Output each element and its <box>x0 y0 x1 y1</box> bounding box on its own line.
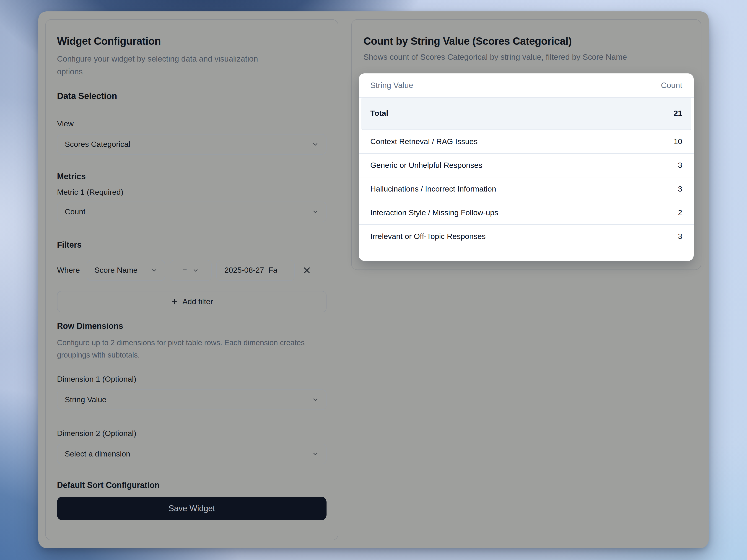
chevron-down-icon <box>312 451 319 457</box>
panel-subtitle-line1: Configure your widget by selecting data … <box>57 54 258 63</box>
pivot-table-card: String Value Count Total 21 Context Retr… <box>359 73 694 261</box>
table-header-row: String Value Count <box>359 73 694 98</box>
row-dimensions-description-line1: Configure up to 2 dimensions for pivot t… <box>57 338 305 347</box>
row-dimensions-description-line2: groupings with subtotals. <box>57 351 140 359</box>
row-count: 3 <box>678 161 682 170</box>
metric1-select[interactable]: Count <box>57 202 327 222</box>
widget-preview-panel: Count by String Value (Scores Categorica… <box>351 19 701 270</box>
table-row: Hallucinations / Incorrect Information 3 <box>359 177 694 201</box>
filter-value-input[interactable]: 2025-08-27_Fa <box>216 260 294 281</box>
column-header-count: Count <box>661 80 682 90</box>
data-selection-heading: Data Selection <box>57 91 327 101</box>
add-filter-label: Add filter <box>182 297 213 306</box>
row-count: 10 <box>674 137 682 146</box>
row-label: Context Retrieval / RAG Issues <box>370 137 478 146</box>
view-select[interactable]: Scores Categorical <box>57 134 327 155</box>
panel-subtitle: Configure your widget by selecting data … <box>57 52 327 78</box>
chevron-down-icon <box>312 141 319 148</box>
chevron-down-icon <box>192 267 199 274</box>
table-row: Interaction Style / Missing Follow-ups 2 <box>359 201 694 224</box>
table-row: Generic or Unhelpful Responses 3 <box>359 153 694 177</box>
row-count: 2 <box>678 208 682 217</box>
add-filter-button[interactable]: Add filter <box>57 291 327 312</box>
total-row-label: Total <box>370 109 388 118</box>
panel-subtitle-line2: options <box>57 67 83 76</box>
dimension1-label: Dimension 1 (Optional) <box>57 375 327 384</box>
metric1-select-value: Count <box>65 207 85 217</box>
filter-column-value: Score Name <box>95 266 137 275</box>
chevron-down-icon <box>151 267 157 274</box>
table-row: Context Retrieval / RAG Issues 10 <box>359 130 694 153</box>
dimension2-select[interactable]: Select a dimension <box>57 444 327 464</box>
view-select-value: Scores Categorical <box>65 140 130 149</box>
filter-operator-value: = <box>182 266 187 275</box>
close-icon <box>302 265 312 275</box>
row-count: 3 <box>678 184 682 194</box>
page-background: Widget Configuration Configure your widg… <box>0 0 747 560</box>
row-dimensions-heading: Row Dimensions <box>57 322 327 331</box>
view-label: View <box>57 120 327 129</box>
table-total-row: Total 21 <box>361 98 691 130</box>
dimension1-select[interactable]: String Value <box>57 389 327 410</box>
row-label: Irrelevant or Off-Topic Responses <box>370 232 486 241</box>
filter-where-label: Where <box>57 266 80 275</box>
dimension1-select-value: String Value <box>65 395 106 404</box>
chevron-down-icon <box>312 208 319 215</box>
total-row-count: 21 <box>674 109 682 118</box>
row-label: Interaction Style / Missing Follow-ups <box>370 208 498 217</box>
metric1-label: Metric 1 (Required) <box>57 188 327 197</box>
filter-column-select[interactable]: Score Name <box>87 260 165 281</box>
default-sort-heading: Default Sort Configuration <box>57 481 327 490</box>
dimension2-select-placeholder: Select a dimension <box>65 450 130 459</box>
column-header-string-value: String Value <box>370 80 413 90</box>
row-dimensions-description: Configure up to 2 dimensions for pivot t… <box>57 336 327 361</box>
preview-title: Count by String Value (Scores Categorica… <box>363 35 689 47</box>
panel-title: Widget Configuration <box>57 35 327 47</box>
filter-row: Where Score Name = 2025-08-27_Fa <box>57 260 327 281</box>
metrics-heading: Metrics <box>57 172 327 181</box>
save-widget-label: Save Widget <box>169 504 215 513</box>
widget-configuration-panel: Widget Configuration Configure your widg… <box>45 19 338 540</box>
row-label: Generic or Unhelpful Responses <box>370 161 482 170</box>
chevron-down-icon <box>312 396 319 403</box>
remove-filter-button[interactable] <box>302 265 312 275</box>
row-label: Hallucinations / Incorrect Information <box>370 184 496 194</box>
filter-operator-select[interactable]: = <box>170 260 212 281</box>
filter-value-text: 2025-08-27_Fa <box>224 266 278 275</box>
save-widget-button[interactable]: Save Widget <box>57 497 327 520</box>
plus-icon <box>171 298 178 306</box>
preview-subtitle: Shows count of Scores Categorical by str… <box>363 52 689 62</box>
widget-editor-dialog: Widget Configuration Configure your widg… <box>38 11 709 548</box>
filters-heading: Filters <box>57 240 327 250</box>
row-count: 3 <box>678 232 682 241</box>
table-row: Irrelevant or Off-Topic Responses 3 <box>359 224 694 248</box>
dimension2-label: Dimension 2 (Optional) <box>57 429 327 438</box>
